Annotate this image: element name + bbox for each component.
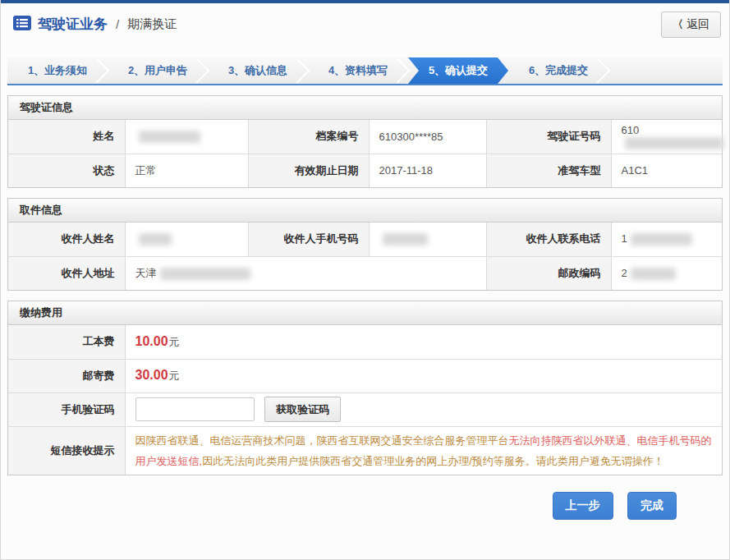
- breadcrumb: 驾驶证业务 / 期满换证: [13, 15, 717, 34]
- sms-notice-cell: 因陕西省联通、电信运营商技术问题，陕西省互联网交通安全综合服务管理平台无法向持陕…: [125, 426, 722, 475]
- postage-fee-amount: 30.00: [135, 368, 168, 382]
- step-label: 2、用户申告: [128, 63, 187, 78]
- status-label: 状态: [8, 154, 125, 187]
- status-value: 正常: [125, 154, 248, 187]
- production-fee-label: 工本费: [8, 325, 125, 359]
- recipient-mobile-label: 收件人手机号码: [248, 223, 369, 256]
- step-1-business-notice[interactable]: 1、业务须知: [7, 57, 108, 84]
- previous-step-button[interactable]: 上一步: [553, 492, 613, 520]
- recipient-address-label: 收件人地址: [8, 256, 125, 290]
- get-code-button[interactable]: 获取验证码: [264, 397, 341, 422]
- name-value: [125, 120, 248, 154]
- sms-notice-label: 短信接收提示: [8, 426, 125, 475]
- production-fee-amount: 10.00: [135, 334, 168, 348]
- license-no-value: 610: [611, 120, 722, 154]
- name-label: 姓名: [8, 120, 125, 154]
- recipient-name-value: [125, 223, 248, 256]
- page-header: 驾驶证业务 / 期满换证 〈 返回: [1, 3, 729, 46]
- table-row: 短信接收提示 因陕西省联通、电信运营商技术问题，陕西省互联网交通安全综合服务管理…: [8, 426, 722, 475]
- page-subtitle: 期满换证: [127, 16, 177, 32]
- redacted-recipient-mobile: [383, 233, 428, 246]
- expiry-value: 2017-11-18: [369, 154, 486, 187]
- chevron-left-icon: 〈: [673, 17, 683, 32]
- table-row: 状态 正常 有效期止日期 2017-11-18 准驾车型 A1C1: [8, 154, 722, 187]
- file-no-label: 档案编号: [248, 120, 369, 154]
- footer-actions: 上一步 完成: [1, 475, 729, 520]
- recipient-mobile-value: [369, 223, 486, 256]
- step-label: 6、完成提交: [529, 63, 588, 78]
- recipient-phone-value: 1: [611, 223, 722, 256]
- step-3-confirm-info[interactable]: 3、确认信息: [208, 57, 308, 84]
- step-4-fill-data[interactable]: 4、资料填写: [308, 57, 408, 84]
- section-title-license: 驾驶证信息: [8, 96, 722, 120]
- pickup-info-table: 收件人姓名 收件人手机号码 收件人联系电话 1 收件人地址 天津 邮政编码 2: [8, 223, 722, 290]
- stepbar-filler: [608, 57, 723, 84]
- postage-fee-label: 邮寄费: [8, 359, 125, 392]
- sms-code-input[interactable]: [135, 397, 255, 421]
- back-button-label: 返回: [686, 17, 709, 32]
- postcode-label: 邮政编码: [486, 256, 611, 290]
- production-fee-value: 10.00元: [125, 325, 722, 359]
- recipient-phone-label: 收件人联系电话: [486, 223, 611, 256]
- section-title-pickup: 取件信息: [8, 199, 722, 223]
- step-2-user-declaration[interactable]: 2、用户申告: [108, 57, 208, 84]
- table-row: 邮寄费 30.00元: [8, 359, 722, 392]
- redacted-license-no: [625, 137, 723, 149]
- notice-part2: 因此无法向此类用户提供陕西省交通管理业务的网上办理/预约等服务。请此类用户避免无…: [202, 455, 664, 467]
- recipient-address-value: 天津: [125, 256, 486, 290]
- table-row: 手机验证码 获取验证码: [8, 392, 722, 426]
- recipient-name-label: 收件人姓名: [8, 223, 125, 256]
- redacted-postcode: [631, 268, 676, 280]
- step-label: 4、资料填写: [328, 63, 388, 78]
- table-row: 收件人姓名 收件人手机号码 收件人联系电话 1: [8, 223, 722, 256]
- section-fees: 缴纳费用 工本费 10.00元 邮寄费 30.00元 手机验证码: [7, 301, 723, 475]
- expiry-label: 有效期止日期: [248, 154, 369, 187]
- section-pickup-info: 取件信息 收件人姓名 收件人手机号码 收件人联系电话 1 收件人地址 天津 邮政…: [7, 198, 723, 291]
- sms-code-label: 手机验证码: [8, 392, 125, 426]
- redacted-recipient-name: [139, 233, 172, 246]
- finish-button[interactable]: 完成: [627, 492, 677, 520]
- sms-notice-text: 因陕西省联通、电信运营商技术问题，陕西省互联网交通安全综合服务管理平台无法向持陕…: [135, 434, 712, 467]
- step-progress-bar: 1、业务须知 2、用户申告 3、确认信息 4、资料填写 5、确认提交 6、完成提…: [7, 57, 723, 85]
- postage-fee-value: 30.00元: [125, 359, 722, 392]
- page-title: 驾驶证业务: [38, 15, 108, 34]
- sms-code-cell: 获取验证码: [125, 392, 722, 426]
- section-title-fees: 缴纳费用: [8, 301, 722, 325]
- currency-unit: 元: [169, 336, 180, 348]
- license-no-label: 驾驶证号码: [486, 120, 611, 154]
- file-no-value: 610300****85: [369, 120, 486, 154]
- table-row: 姓名 档案编号 610300****85 驾驶证号码 610: [8, 120, 722, 154]
- table-row: 工本费 10.00元: [8, 325, 722, 359]
- postcode-value: 2: [611, 256, 722, 290]
- breadcrumb-divider: /: [116, 17, 119, 31]
- back-button[interactable]: 〈 返回: [661, 11, 721, 38]
- vehicle-type-label: 准驾车型: [486, 154, 611, 187]
- table-row: 收件人地址 天津 邮政编码 2: [8, 256, 722, 290]
- list-icon: [13, 16, 31, 34]
- section-license-info: 驾驶证信息 姓名 档案编号 610300****85 驾驶证号码 610 状态 …: [7, 95, 723, 188]
- notice-part1: 因陕西省联通、电信运营商技术问题，陕西省互联网交通安全综合服务管理平台: [135, 434, 509, 447]
- page: 驾驶证业务 / 期满换证 〈 返回 1、业务须知 2、用户申告 3、确认信息 4…: [0, 0, 730, 560]
- license-info-table: 姓名 档案编号 610300****85 驾驶证号码 610 状态 正常 有效期…: [8, 120, 722, 187]
- step-6-complete-submit[interactable]: 6、完成提交: [508, 57, 608, 84]
- step-label: 5、确认提交: [429, 63, 488, 78]
- step-label: 3、确认信息: [228, 63, 287, 78]
- currency-unit: 元: [169, 370, 180, 382]
- redacted-recipient-phone: [631, 233, 692, 246]
- vehicle-type-value: A1C1: [611, 154, 722, 187]
- step-5-confirm-submit-active[interactable]: 5、确认提交: [408, 57, 508, 84]
- fees-table: 工本费 10.00元 邮寄费 30.00元 手机验证码 获取验证码 短信接收提: [8, 325, 722, 475]
- step-label: 1、业务须知: [28, 63, 87, 78]
- redacted-recipient-address: [160, 268, 250, 280]
- redacted-name: [139, 131, 200, 143]
